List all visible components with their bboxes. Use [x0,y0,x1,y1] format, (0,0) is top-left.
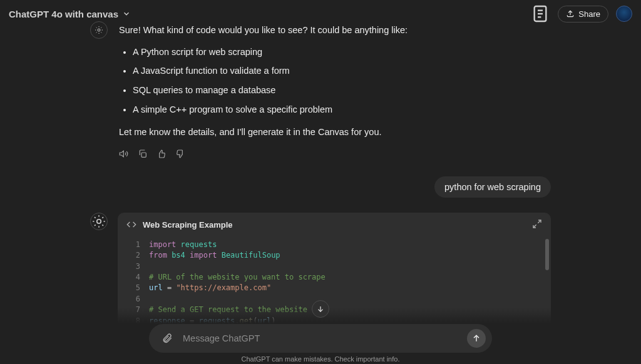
thumbs-down-icon [175,149,185,159]
canvas-panel[interactable]: Web Scraping Example 1import requests2fr… [118,213,551,325]
list-item: A JavaScript function to validate a form [133,63,545,79]
attach-button[interactable] [158,329,177,348]
svg-point-8 [97,220,101,224]
svg-rect-7 [141,153,146,157]
canvas-title: Web Scraping Example [143,220,233,230]
copy-button[interactable] [138,149,148,159]
conversation-area: Sure! What kind of code would you like t… [0,19,641,325]
send-button[interactable] [467,329,486,348]
canvas-header: Web Scraping Example [118,213,551,237]
speaker-icon [119,149,129,159]
thumbs-up-button[interactable] [156,149,167,159]
svg-line-9 [538,220,541,223]
sparkle-icon [94,25,104,35]
paperclip-icon [162,333,173,344]
chevron-down-icon [122,9,131,18]
thumbs-down-button[interactable] [175,149,185,159]
code-line: 7# Send a GET request to the website [118,305,551,315]
thumbs-up-icon [156,149,167,159]
share-label: Share [578,9,600,19]
list-item: SQL queries to manage a database [133,83,545,98]
assistant-message: Sure! What kind of code would you like t… [90,21,551,159]
code-line: 4# URL of the website you want to scrape [118,272,551,283]
list-item: A Python script for web scraping [133,44,545,60]
copy-icon [138,149,148,159]
code-editor[interactable]: 1import requests2from bs4 import Beautif… [118,237,551,325]
svg-line-10 [533,225,536,228]
assistant-avatar [90,213,108,230]
code-line: 2from bs4 import BeautifulSoup [118,250,551,261]
scrollbar-thumb[interactable] [545,239,549,270]
svg-marker-6 [120,151,123,156]
message-input[interactable] [183,333,461,343]
arrow-down-icon [316,305,325,313]
code-line: 1import requests [118,240,551,250]
code-line: 3 [118,261,551,272]
expand-icon [532,219,542,229]
composer [149,324,492,353]
assistant-intro: Sure! What kind of code would you like t… [119,23,545,38]
user-message-row: python for web scraping [90,176,551,198]
disclaimer-text: ChatGPT can make mistakes. Check importa… [0,355,641,363]
expand-button[interactable] [532,219,542,231]
list-item: A simple C++ program to solve a specific… [133,102,545,118]
read-aloud-button[interactable] [119,149,129,159]
scroll-to-bottom-button[interactable] [312,300,329,318]
message-actions [119,149,545,159]
code-line: 5url = "https://example.com" [118,283,551,293]
suggestion-list: A Python script for web scraping A JavaS… [133,44,545,118]
assistant-avatar [90,21,108,39]
user-message: python for web scraping [434,176,551,198]
model-name: ChatGPT 4o with canvas [9,9,118,19]
arrow-up-icon [471,333,481,343]
assistant-followup: Let me know the details, and I'll genera… [119,124,545,140]
code-line: 6 [118,294,551,305]
svg-point-5 [98,29,100,31]
sparkle-icon [91,213,107,230]
upload-icon [566,9,575,18]
code-icon [126,220,136,230]
model-selector[interactable]: ChatGPT 4o with canvas [9,9,131,19]
